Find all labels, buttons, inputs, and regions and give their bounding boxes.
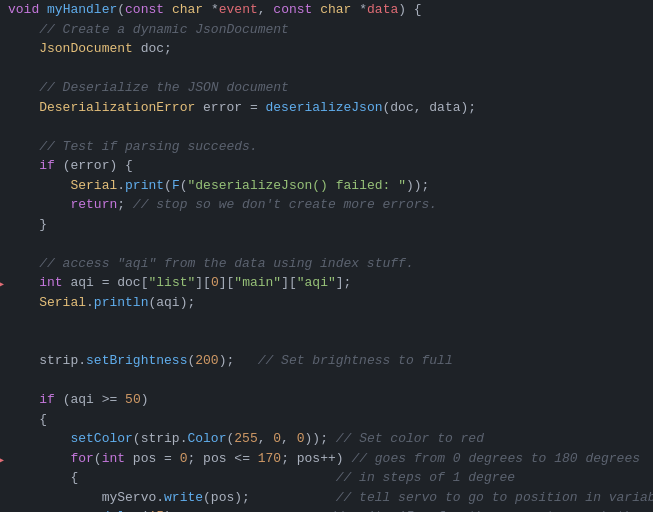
comment-5: // Deserialize the JSON document: [39, 80, 289, 95]
code-line-1: void myHandler(const char *event, const …: [0, 0, 653, 20]
code-line-9: if (error) {: [0, 156, 653, 176]
code-line-19: strip.setBrightness(200); // Set brightn…: [0, 351, 653, 371]
code-line-11: return; // stop so we don't create more …: [0, 195, 653, 215]
code-editor: void myHandler(const char *event, const …: [0, 0, 653, 512]
code-line-18: [0, 332, 653, 352]
code-line-20: [0, 371, 653, 391]
code-line-21: if (aqi >= 50): [0, 390, 653, 410]
code-line-5: // Deserialize the JSON document: [0, 78, 653, 98]
code-line-6: DeserializationError error = deserialize…: [0, 98, 653, 118]
code-line-24: for(int pos = 0; pos <= 170; pos++) // g…: [0, 449, 653, 469]
type-jsondocument: JsonDocument: [39, 41, 133, 56]
code-line-12: }: [0, 215, 653, 235]
fn-myhandler: myHandler: [47, 2, 117, 17]
keyword-void: void: [8, 2, 39, 17]
code-line-8: // Test if parsing succeeds.: [0, 137, 653, 157]
code-line-7: [0, 117, 653, 137]
code-line-4: [0, 59, 653, 79]
code-line-10: Serial.print(F("deserializeJson() failed…: [0, 176, 653, 196]
code-line-26: myServo.write(pos); // tell servo to go …: [0, 488, 653, 508]
code-line-22: {: [0, 410, 653, 430]
code-line-13: [0, 234, 653, 254]
code-line-23: setColor(strip.Color(255, 0, 0)); // Set…: [0, 429, 653, 449]
code-line-15: int aqi = doc["list"][0]["main"]["aqi"];: [0, 273, 653, 293]
comment-2: // Create a dynamic JsonDocument: [39, 22, 289, 37]
code-line-27: delay(15); // waits 15ms for the servo t…: [0, 507, 653, 512]
code-line-25: { // in steps of 1 degree: [0, 468, 653, 488]
code-line-2: // Create a dynamic JsonDocument: [0, 20, 653, 40]
code-line-17: [0, 312, 653, 332]
code-line-3: JsonDocument doc;: [0, 39, 653, 59]
code-line-16: Serial.println(aqi);: [0, 293, 653, 313]
code-line-14: // access "aqi" from the data using inde…: [0, 254, 653, 274]
